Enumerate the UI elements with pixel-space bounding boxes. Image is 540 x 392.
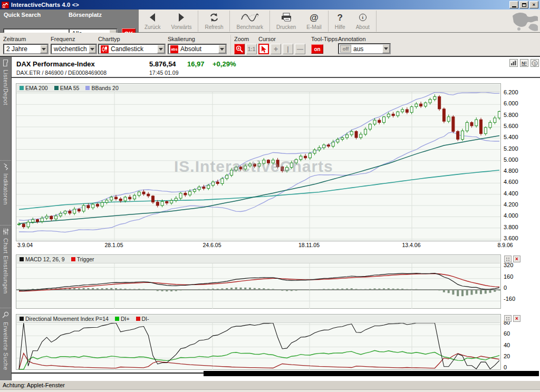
boersenplatz-label: Börsenplatz [69, 12, 102, 18]
dmi-canvas[interactable] [16, 323, 500, 370]
zeitraum-dropdown-arrow[interactable] [40, 45, 47, 53]
price-y-tick: 6.000 [504, 100, 518, 106]
price-chart-canvas[interactable] [16, 92, 500, 241]
dmi-close-button[interactable]: × [513, 315, 520, 322]
toolbar-button-forward[interactable]: Vorwärts [166, 9, 197, 33]
instrument-ids: DAX.ETR / 846900 / DE0008469008 [16, 70, 107, 76]
zeitraum-select[interactable]: 2 Jahre [3, 44, 49, 54]
toolbar-button-email[interactable]: @E-Mail [301, 9, 326, 33]
close-button[interactable]: × [529, 1, 538, 8]
zoom-reset-button[interactable]: 1:1 [246, 44, 257, 54]
toolbar-divider [198, 11, 198, 32]
cursor-hline-button[interactable]: — [295, 44, 305, 54]
price-y-tick: 4.400 [504, 190, 518, 197]
annotation-select[interactable]: off aus [338, 43, 391, 54]
restore-button[interactable] [519, 1, 528, 8]
legend-swatch [20, 86, 24, 90]
price-y-tick: 5.800 [504, 112, 518, 118]
toolbar-divider [328, 11, 329, 32]
toolbar-button-about[interactable]: iAbout [351, 9, 375, 33]
svg-text:S: S [534, 61, 536, 66]
cursor-label: Cursor [258, 36, 276, 42]
legend-item: DI+ [115, 316, 130, 322]
charttyp-label: Charttyp [98, 36, 120, 42]
legend-swatch [115, 317, 119, 321]
macd-legend: MACD 12, 26, 9Trigger [17, 256, 500, 263]
price-y-tick: 5.200 [504, 145, 518, 152]
dmi-panel[interactable]: Directional Movement Index P=14DI+DI- [16, 314, 501, 370]
settings-toolbar: Zeitraum 2 Jahre Frequenz wöchentlich Ch… [0, 33, 540, 57]
minimize-button[interactable] [509, 1, 518, 8]
cursor-cross-button[interactable]: + [271, 44, 281, 54]
dmi-y-tick: 60 [504, 330, 510, 337]
printer-icon [281, 11, 292, 24]
price-y-tick: 4.200 [504, 201, 518, 208]
legend-swatch [54, 86, 59, 90]
charttyp-select[interactable]: Candlestick [98, 44, 166, 54]
toolbar-button-help[interactable]: ?Hilfe [330, 9, 351, 33]
toolbar-button-back[interactable]: Zurück [139, 9, 166, 33]
quick-search-label: Quick Search [4, 12, 41, 18]
legend-label: BBands 20 [91, 85, 118, 91]
charttyp-dropdown-arrow[interactable] [157, 45, 165, 53]
frequenz-select[interactable]: wöchentlich [51, 44, 97, 54]
dmi-settings-button[interactable] [504, 315, 512, 322]
price-y-tick: 4.000 [504, 212, 518, 219]
sidebar-tab-label: Chart Einstellungen [3, 238, 9, 294]
chart-style-button[interactable] [509, 59, 518, 67]
toolbar-button-label: Vorwärts [171, 24, 192, 30]
search-panel: Quick Search Börsenplatz Alle OK [0, 9, 139, 33]
news-button[interactable]: N [520, 59, 528, 67]
legend-label: EMA 200 [25, 85, 48, 91]
sidebar-tab-folder[interactable]: Listen/Depot [0, 57, 11, 161]
skalierung-dropdown-arrow[interactable] [218, 45, 226, 53]
annotation-dropdown-arrow[interactable] [382, 44, 390, 53]
toolbar-button-label: Zurück [144, 24, 161, 30]
search-icon [2, 311, 9, 319]
sidebar-tab-sliders[interactable]: Chart Einstellungen [0, 226, 11, 308]
macd-settings-button[interactable] [504, 256, 512, 262]
skalierung-select[interactable]: abs Absolut [168, 44, 227, 54]
annotation-off-badge[interactable]: off [340, 45, 351, 53]
toolbar-divider [376, 11, 377, 32]
legend-item: MACD 12, 26, 9 [20, 256, 65, 262]
toolbar-button-printer[interactable]: Drucken [271, 9, 301, 33]
toolbar-button-refresh[interactable]: Refresh [199, 9, 228, 33]
cursor-vline-button[interactable]: | [283, 44, 293, 54]
cursor-arrow-button[interactable] [258, 44, 269, 54]
sidebar-tab-indicator[interactable]: Indikatoren [0, 161, 11, 226]
zoom-in-button[interactable] [234, 44, 245, 54]
toolbar-divider [269, 11, 270, 32]
macd-canvas[interactable] [16, 263, 500, 309]
macd-y-tick: -160 [504, 296, 515, 302]
price-legend: EMA 200EMA 55BBands 20 [17, 84, 500, 92]
forward-icon [177, 11, 186, 24]
dmi-y-tick: 40 [504, 342, 510, 348]
toolbar-button-benchmark[interactable]: Benchmark [231, 9, 268, 33]
instrument-price: 5.876,54 [149, 60, 176, 68]
frequenz-dropdown-arrow[interactable] [89, 45, 96, 53]
svg-text:N: N [522, 61, 525, 66]
zoom-label: Zoom [234, 36, 249, 42]
sidebar-tab-search[interactable]: Erweiterte Suche [0, 308, 11, 380]
title-bar[interactable]: ic InteractiveCharts 4.0 <> × [0, 0, 540, 9]
legend-label: DI- [142, 316, 149, 322]
price-x-tick: 28.1.05 [100, 242, 128, 248]
dmi-y-tick: 20 [504, 353, 510, 359]
price-chart-panel[interactable]: EMA 200EMA 55BBands 20 [16, 83, 501, 241]
header-separator [12, 77, 540, 78]
settings-button[interactable]: S [531, 59, 539, 67]
macd-close-button[interactable]: × [513, 256, 520, 262]
legend-item: DI- [136, 316, 149, 322]
price-y-tick: 3.600 [504, 235, 518, 241]
back-icon [148, 11, 157, 24]
price-y-tick: 3.800 [504, 224, 518, 230]
macd-panel[interactable]: MACD 12, 26, 9Trigger [16, 254, 501, 309]
legend-item: EMA 200 [20, 85, 48, 91]
candlestick-icon [101, 45, 109, 53]
tooltipps-toggle[interactable]: on [311, 44, 323, 54]
toolbar-button-label: Drucken [276, 24, 296, 30]
legend-swatch [20, 257, 24, 261]
legend-item: Trigger [71, 256, 94, 262]
legend-label: Directional Movement Index P=14 [25, 316, 109, 322]
